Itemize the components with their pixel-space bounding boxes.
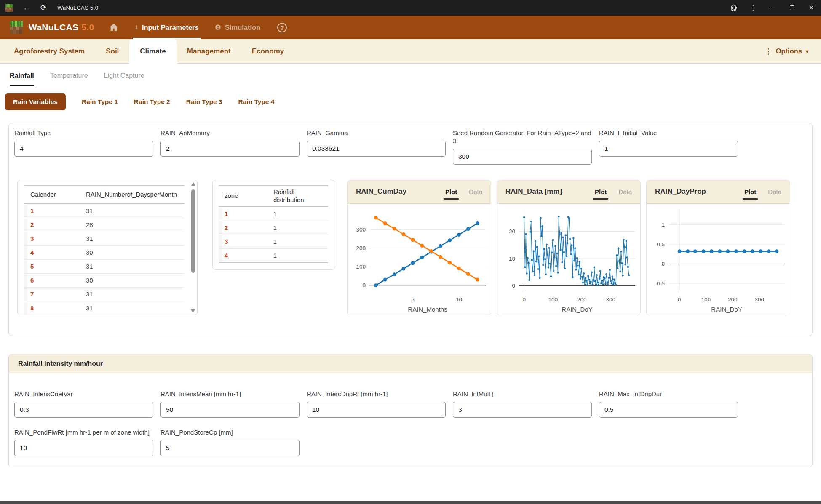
window-close-button[interactable]: ✕ (802, 0, 821, 16)
rain-intenscoefvar-input[interactable] (14, 402, 153, 418)
field-label: RAIN_AnMemory (160, 129, 300, 137)
svg-text:1: 1 (661, 221, 665, 227)
svg-text:-0.5: -0.5 (655, 280, 665, 286)
gears-icon: ⚙ (215, 23, 221, 32)
help-icon[interactable]: ? (277, 23, 287, 32)
chart-tab-plot-rain-cumday[interactable]: Plot (444, 186, 458, 198)
browser-back-icon[interactable]: ← (23, 4, 30, 12)
nav-simulation[interactable]: ⚙ Simulation (215, 16, 261, 39)
field-rain-i-initial-value: RAIN_I_Initial_Value (599, 129, 738, 157)
extensions-icon[interactable] (724, 0, 743, 16)
browser-refresh-icon[interactable]: ⟳ (40, 3, 46, 12)
field-label: RAIN_PondStoreCp [mm] (160, 429, 300, 437)
rain-gamma-input[interactable] (307, 141, 446, 157)
nav-input-parameters[interactable]: ↓ Input Parameters (134, 16, 198, 39)
table-row[interactable]: 731 (24, 287, 185, 301)
field-label: Rainfall Type (14, 129, 153, 137)
field-label: RAIN_IntercDripRt [mm hr-1] (307, 390, 446, 398)
svg-text:200: 200 (728, 296, 738, 303)
field-rainfall-type: Rainfall Type (14, 129, 153, 157)
options-kebab-icon: ⋮ (765, 47, 772, 56)
field-label: RAIN_IntensCoefVar (14, 390, 153, 398)
svg-text:20: 20 (509, 228, 515, 235)
chart-tab-data-rain-dayprop[interactable]: Data (767, 186, 782, 198)
window-maximize-button[interactable] (782, 0, 802, 16)
rain-pondflwrt-mm-hr-1-per-m-of-zone-width-input[interactable] (14, 440, 153, 456)
subtab-light-capture[interactable]: Light Capture (104, 72, 144, 86)
table-row[interactable]: 11 (219, 207, 328, 221)
table-row[interactable]: 831 (24, 301, 185, 315)
field-rain-intenscoefvar: RAIN_IntensCoefVar (14, 390, 153, 418)
svg-text:0: 0 (512, 282, 515, 288)
chevron-down-icon: ▾ (806, 48, 808, 54)
rain-tab-rain-type-3[interactable]: Rain Type 3 (186, 98, 222, 106)
zone-table-card: zoneRainfall distribution11213141 (212, 180, 335, 270)
field-label: RAIN_PondFlwRt [mm hr-1 per m of zone wi… (14, 429, 153, 437)
table-row[interactable]: 630 (24, 273, 185, 287)
table-row[interactable]: 31 (219, 235, 328, 248)
climate-subtabs: RainfallTemperatureLight Capture (0, 64, 821, 86)
chart-title: RAIN_DayProp (655, 187, 706, 196)
svg-text:RAIN_DoY: RAIN_DoY (562, 306, 592, 313)
table-row[interactable]: 531 (24, 259, 185, 273)
scrollbar-thumb[interactable] (191, 189, 195, 273)
rain-i-initial-value-input[interactable] (599, 141, 738, 157)
rain-intensmean-mm-hr-1-input[interactable] (160, 402, 300, 418)
field-rain-max-intdripdur: RAIN_Max_IntDripDur (599, 390, 738, 418)
tab-agroforestry-system[interactable]: Agroforestry System (3, 39, 95, 63)
rain-intercdriprt-mm-hr-1-input[interactable] (307, 402, 446, 418)
subtab-rainfall[interactable]: Rainfall (10, 72, 34, 86)
tab-climate[interactable]: Climate (129, 39, 176, 64)
rain-tab-rain-type-2[interactable]: Rain Type 2 (134, 98, 170, 106)
tab-economy[interactable]: Economy (241, 39, 295, 63)
rain-tab-rain-type-1[interactable]: Rain Type 1 (82, 98, 118, 106)
rain-pondstorecp-mm-input[interactable] (160, 440, 300, 456)
chart-card-rain-dayprop: RAIN_DayProp PlotData -0.500.51010020030… (646, 180, 790, 315)
tab-soil[interactable]: Soil (95, 39, 129, 63)
table-row[interactable]: 228 (24, 218, 185, 232)
rain-tab-rain-variables[interactable]: Rain Variables (5, 93, 66, 110)
down-arrow-icon: ↓ (134, 23, 138, 32)
chart-tab-plot-rain-data[interactable]: Plot (594, 186, 607, 198)
window-minimize-button[interactable] (763, 0, 782, 16)
scroll-down-icon[interactable] (191, 309, 195, 313)
rainfall-type-input[interactable] (14, 141, 153, 157)
field-rain-pondstorecp-mm: RAIN_PondStoreCp [mm] (160, 429, 300, 456)
field-seed-random-generator-for-rain-atype-2-and-3: Seed Random Generator. For Rain_AType=2 … (453, 129, 592, 165)
browser-tab-title: WaNuLCAS 5.0 (57, 5, 98, 11)
table-header: CalenderRAIN_Numberof_DaysperMonth (24, 186, 185, 203)
chart-tab-data-rain-cumday[interactable]: Data (468, 186, 483, 198)
chart-card-rain-cumday: RAIN_CumDay PlotData 0100200300510RAIN_M… (347, 180, 491, 315)
field-rain-intercdriprt-mm-hr-1: RAIN_IntercDripRt [mm hr-1] (307, 390, 446, 418)
tab-management[interactable]: Management (177, 39, 241, 63)
brand-version: 5.0 (81, 22, 94, 32)
chart-tab-data-rain-data[interactable]: Data (618, 186, 633, 198)
table-row[interactable]: 21 (219, 221, 328, 235)
table-row[interactable]: 41 (219, 248, 328, 262)
field-label: RAIN_IntMult [] (453, 390, 592, 398)
chart-tab-plot-rain-dayprop[interactable]: Plot (743, 186, 757, 198)
scroll-up-icon[interactable] (191, 182, 195, 186)
seed-random-generator-for-rain-atype-2-and-3-input[interactable] (453, 149, 592, 165)
app-header: WaNuLCAS5.0 ↓ Input Parameters ⚙ Simulat… (0, 16, 821, 39)
browser-menu-kebab-icon[interactable]: ⋮ (743, 0, 763, 16)
svg-text:100: 100 (701, 296, 711, 303)
options-button[interactable]: ⋮ Options ▾ (765, 39, 808, 63)
field-rain-intensmean-mm-hr-1: RAIN_IntensMean [mm hr-1] (160, 390, 300, 418)
table-row[interactable]: 131 (24, 204, 185, 218)
rain-max-intdripdur-input[interactable] (599, 402, 738, 418)
chart-title: RAIN_Data [mm] (505, 187, 562, 196)
home-icon[interactable] (109, 23, 118, 32)
table-row[interactable]: 331 (24, 232, 185, 245)
wanulcas-logo (10, 21, 23, 34)
table-header: zoneRainfall distribution (219, 186, 328, 206)
app-favicon (5, 4, 13, 12)
table-row[interactable]: 430 (24, 245, 185, 259)
subtab-temperature[interactable]: Temperature (50, 72, 88, 86)
table-scrollbar[interactable] (190, 182, 196, 313)
rain-anmemory-input[interactable] (160, 141, 300, 157)
svg-text:100: 100 (548, 296, 558, 303)
rain-intmult-input[interactable] (453, 402, 592, 418)
svg-text:300: 300 (606, 296, 616, 303)
rain-tab-rain-type-4[interactable]: Rain Type 4 (238, 98, 275, 106)
